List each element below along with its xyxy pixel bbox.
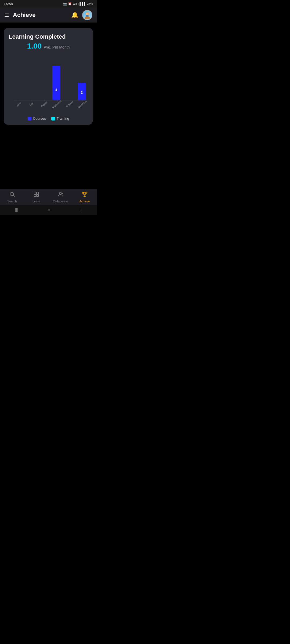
learn-icon [33, 191, 39, 199]
chart-svg: 4 2 June July August September October N… [9, 55, 88, 114]
nav-item-search[interactable]: Search [0, 189, 24, 205]
training-color-dot [51, 117, 55, 120]
avg-number: 1.00 [27, 42, 42, 50]
svg-text:4: 4 [55, 88, 57, 92]
svg-point-2 [86, 12, 89, 15]
collaborate-nav-label: Collaborate [53, 200, 68, 203]
svg-text:August: August [40, 101, 48, 108]
achieve-nav-label: Achieve [79, 200, 90, 203]
svg-rect-22 [37, 192, 38, 195]
status-time: 16:58 [4, 2, 13, 6]
app-bar-left: ☰ Achieve [4, 12, 35, 19]
avg-line: 1.00 Avg. Per Month [9, 42, 88, 50]
svg-text:June: June [16, 102, 21, 107]
svg-text:July: July [29, 102, 34, 107]
svg-rect-24 [37, 195, 38, 197]
svg-text:September: September [52, 100, 62, 109]
svg-point-1 [85, 16, 90, 19]
camera-icon: 📷 [63, 2, 67, 6]
avg-label: Avg. Per Month [44, 45, 70, 49]
bottom-nav: Search Learn Collaborate [0, 189, 97, 205]
chart-legend: Courses Training [9, 116, 88, 120]
search-icon [9, 191, 15, 199]
android-nav-bar: ||| ○ ‹ [0, 205, 97, 215]
android-home-btn[interactable]: ○ [48, 208, 50, 212]
courses-label: Courses [33, 116, 46, 120]
android-recent-btn[interactable]: ||| [15, 208, 18, 212]
legend-training: Training [51, 116, 69, 120]
app-bar-right: 🔔 [71, 10, 92, 20]
app-title: Achieve [13, 12, 35, 19]
search-nav-label: Search [8, 200, 17, 203]
nav-item-learn[interactable]: Learn [24, 189, 48, 205]
main-content: Learning Completed 1.00 Avg. Per Month 4 [0, 23, 97, 189]
status-icons: 📷 ⏰ WiFi ▌▌▌ 28% [63, 2, 93, 6]
achieve-icon [82, 191, 88, 199]
battery-text: 28% [87, 2, 93, 5]
bar-september [52, 66, 60, 100]
alarm-icon: ⏰ [68, 2, 72, 6]
bar-chart: 4 2 June July August September October N… [9, 55, 88, 114]
collaborate-icon [57, 191, 63, 199]
avatar[interactable] [82, 10, 92, 20]
app-bar: ☰ Achieve 🔔 [0, 8, 97, 23]
card-title: Learning Completed [9, 33, 88, 40]
legend-courses: Courses [28, 116, 46, 120]
hamburger-menu-icon[interactable]: ☰ [4, 12, 9, 18]
svg-point-25 [59, 192, 61, 194]
svg-rect-23 [34, 195, 36, 197]
nav-item-achieve[interactable]: Achieve [73, 189, 97, 205]
wifi-icon: WiFi [73, 2, 79, 5]
svg-line-20 [13, 195, 15, 197]
svg-point-19 [10, 192, 14, 196]
courses-color-dot [28, 117, 31, 120]
svg-text:November: November [77, 100, 87, 109]
training-label: Training [57, 116, 69, 120]
learn-nav-label: Learn [32, 200, 40, 203]
nav-item-collaborate[interactable]: Collaborate [48, 189, 73, 205]
svg-text:2: 2 [81, 90, 83, 94]
learning-completed-card: Learning Completed 1.00 Avg. Per Month 4 [4, 28, 93, 125]
bell-icon[interactable]: 🔔 [71, 12, 78, 19]
android-back-btn[interactable]: ‹ [80, 208, 82, 212]
svg-rect-21 [34, 192, 36, 195]
svg-text:October: October [66, 101, 74, 108]
status-bar: 16:58 📷 ⏰ WiFi ▌▌▌ 28% [0, 0, 97, 8]
signal-icon: ▌▌▌ [80, 2, 86, 5]
